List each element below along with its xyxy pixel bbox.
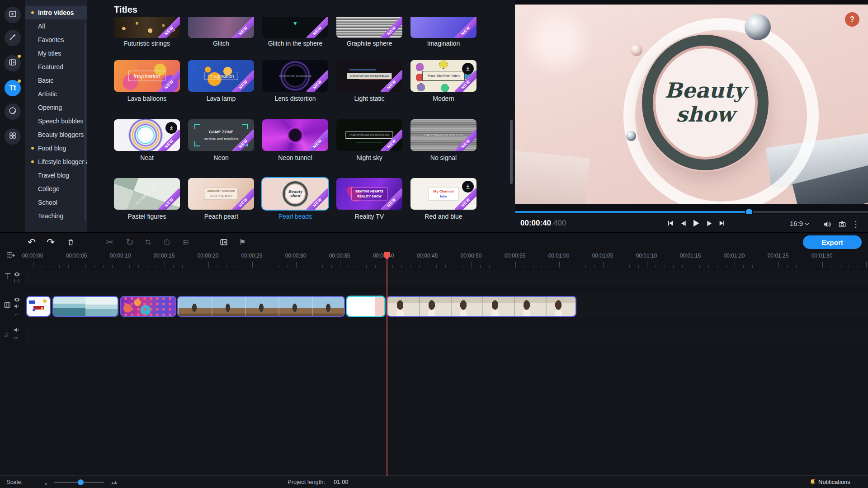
clip-jumping-people[interactable] [177,296,345,317]
play-button[interactable] [690,218,701,229]
seek-fill [515,211,749,213]
category-lifestyle-bloggers[interactable]: Lifestyle bloggers [25,155,87,169]
title-template-pastel-figures: SCHOOL VLOGNEW Pastel figures [114,178,180,210]
new-ribbon: NEW [381,17,402,38]
new-ribbon: NEW [232,129,254,151]
split-button[interactable]: ✂ [103,235,117,249]
title-track-link-toggle[interactable]: (−) [14,278,20,283]
titles-button[interactable]: Tt [5,80,21,96]
clip-bubbles[interactable] [120,296,176,317]
category-intro-videos[interactable]: Intro videos [25,6,87,19]
category-scrollbar[interactable] [85,23,86,221]
new-dot [31,11,34,14]
new-ribbon: NEW [232,70,254,92]
transitions-button[interactable] [5,55,21,71]
clip-ocean[interactable] [52,296,118,317]
more-tools-button[interactable] [5,128,21,145]
audio-track-split-icon[interactable]: ✂ [14,335,18,341]
title-track-icon: ⊤ [5,272,11,281]
magic-wand-icon [9,33,17,43]
category-list: Intro videos All Favorites My titles Fea… [25,0,87,232]
delete-button[interactable] [64,235,77,249]
transition-wizard-button[interactable] [217,235,231,249]
chrome-sphere [745,14,771,40]
redo-button[interactable]: ↷ [44,235,57,249]
new-ribbon: NEW [158,70,180,92]
help-button[interactable]: ? [845,12,859,27]
category-favorites[interactable]: Favorites [25,33,87,47]
grid-icon [9,131,17,141]
aspect-ratio-dropdown[interactable]: 16:9 [790,220,809,227]
export-button[interactable]: Export [803,235,862,249]
audio-track-mute-toggle[interactable] [14,327,20,335]
video-track-icon [4,301,11,310]
category-artistic[interactable]: Artistic [25,87,87,101]
seek-bar[interactable] [515,211,868,213]
scale-slider[interactable] [54,482,104,483]
previous-frame-button[interactable] [678,218,689,229]
title-track[interactable] [25,271,868,285]
new-ribbon: NEW [158,129,180,151]
next-frame-button[interactable] [704,218,715,229]
title-template-imagination: NEW Imagination [410,17,476,38]
new-ribbon: NEW [307,129,328,151]
crop-button[interactable] [142,235,155,249]
clip-pearl-beads-title[interactable] [346,296,385,317]
category-travel-blog[interactable]: Travel blog [25,169,87,182]
more-options-button[interactable]: ⋮ [850,219,861,230]
title-template-lava-lamp: ImaginationNEW Lava lamp [188,60,254,92]
notifications-label[interactable]: Notifications [818,479,850,485]
zoom-out-icon[interactable] [43,479,50,488]
title-template-neon-tunnel: NEW Neon tunnel [262,119,328,151]
clip-speed-button[interactable] [160,235,174,249]
video-preview[interactable]: Beauty show ? [515,5,868,204]
title-template-pearl-beads: Beautyshow NEW Pearl beads [262,178,328,210]
video-track-back-icon[interactable]: ← [14,310,19,317]
category-school[interactable]: School [25,196,87,209]
skip-end-button[interactable] [717,218,727,229]
notifications-bell-icon[interactable] [809,479,816,488]
category-beauty-bloggers[interactable]: Beauty bloggers [25,128,87,141]
audio-track-icon: ♫ [4,330,9,338]
volume-button[interactable] [821,219,832,230]
color-adjustments-button[interactable] [179,235,192,249]
chevron-down-icon [805,222,809,226]
undo-button[interactable]: ↶ [25,235,38,249]
marker-flag-button[interactable]: ⚑ [236,235,249,249]
category-college[interactable]: College [25,182,87,196]
audio-track[interactable] [25,328,868,344]
clip-intro-graphics[interactable] [26,296,51,317]
scale-slider-handle[interactable] [78,479,84,485]
category-speech-bubbles[interactable]: Speech bubbles [25,114,87,128]
new-ribbon: NEW [158,188,180,210]
category-all[interactable]: All [25,19,87,33]
new-ribbon: NEW [381,70,402,92]
category-my-titles[interactable]: My titles [25,47,87,60]
snapshot-button[interactable] [837,219,848,230]
category-teaching[interactable]: Teaching [25,209,87,223]
clip-walking-woman[interactable] [387,296,576,317]
titles-new-badge [18,80,21,83]
add-media-button[interactable] [5,7,21,23]
new-ribbon: NEW [455,70,476,92]
category-food-blog[interactable]: Food blog [25,141,87,155]
category-opening[interactable]: Opening [25,101,87,114]
filters-button[interactable] [5,30,21,46]
add-media-icon [9,10,17,20]
zoom-in-icon[interactable] [110,479,119,487]
category-featured[interactable]: Featured [25,60,87,74]
category-basic[interactable]: Basic [25,74,87,87]
title-template-futuristic-strings: NEW Futuristic strings [114,17,180,38]
preview-title-line2: show [676,103,735,127]
skip-start-button[interactable] [665,218,676,229]
app-window: Tt Intro videos All Favorites My titles … [0,0,868,488]
stickers-button[interactable] [5,103,21,120]
project-length-label: Project length: [288,479,325,485]
title-circle: Beauty show [642,35,769,170]
title-template-glitch: NEW Glitch [188,17,254,38]
timeline-ruler[interactable]: 00:00:00 00:00:05 00:00:10 00:00:15 00:0… [0,252,868,268]
titles-scrollbar[interactable] [510,120,513,184]
rotate-button[interactable]: ↻ [123,235,137,249]
title-template-modern: Your Modern Intro NEW Modern [410,60,476,92]
track-list-button[interactable] [6,251,15,261]
